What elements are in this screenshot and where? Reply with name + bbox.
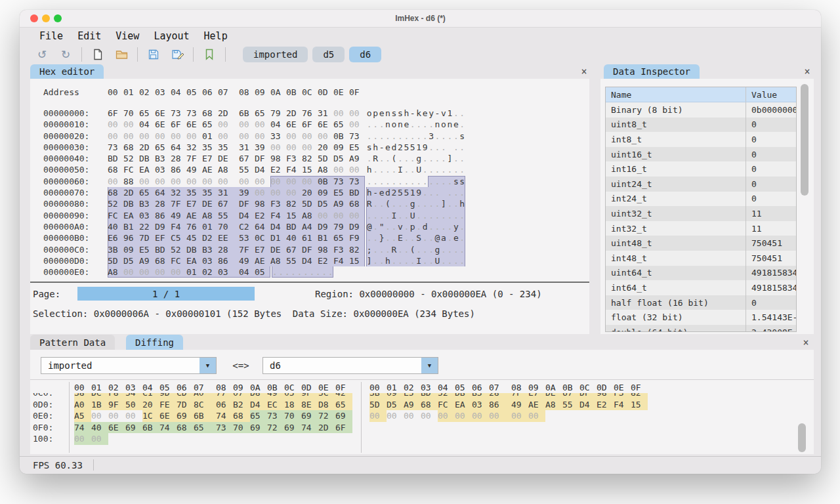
byte-cell[interactable]: F9 [349, 232, 365, 243]
byte-cell[interactable]: 86 [218, 255, 234, 266]
ascii-cell[interactable]: . [447, 221, 453, 232]
byte-cell[interactable]: 74 [159, 422, 177, 434]
byte-cell[interactable]: 67 [239, 153, 255, 164]
byte-cell[interactable]: 00 [270, 142, 286, 153]
byte-cell[interactable]: 73 [216, 422, 233, 434]
byte-cell[interactable]: AE [186, 210, 202, 221]
ascii-cell[interactable]: . [397, 244, 403, 255]
byte-cell[interactable]: E2 [270, 164, 286, 175]
ascii-cell[interactable]: . [459, 119, 465, 130]
ascii-cell[interactable]: . [422, 232, 428, 243]
ascii-cell[interactable]: . [416, 131, 422, 142]
ascii-cell[interactable]: . [416, 176, 422, 187]
byte-cell[interactable]: 09 [333, 142, 349, 153]
byte-cell[interactable]: 00 [108, 410, 125, 422]
ascii-cell[interactable]: 1 [447, 108, 453, 119]
byte-cell[interactable]: F4 [614, 399, 631, 411]
byte-cell[interactable]: 00 [404, 410, 421, 422]
ascii-cell[interactable]: g [434, 244, 440, 255]
ascii-cell[interactable]: s [391, 108, 397, 119]
menu-help[interactable]: Help [204, 30, 228, 42]
byte-cell[interactable]: D5 [333, 153, 349, 164]
byte-cell[interactable]: 86 [489, 399, 506, 411]
ascii-cell[interactable]: - [379, 142, 385, 153]
ascii-cell[interactable]: . [459, 187, 465, 198]
byte-cell[interactable]: F4 [333, 255, 349, 266]
ascii-cell[interactable]: . [416, 119, 422, 130]
file-tab-d5[interactable]: d5 [312, 47, 345, 62]
byte-cell[interactable]: E2 [597, 399, 614, 411]
ascii-cell[interactable]: e [404, 119, 410, 130]
byte-cell[interactable]: A8 [545, 399, 562, 411]
ascii-cell[interactable]: . [416, 221, 422, 232]
ascii-cell[interactable]: . [372, 255, 378, 266]
byte-cell[interactable]: 00 [333, 210, 349, 221]
byte-cell[interactable]: 5C [318, 393, 335, 399]
byte-cell[interactable]: 73 [333, 176, 349, 187]
byte-cell[interactable]: 00 [286, 131, 302, 142]
byte-cell[interactable]: 68 [202, 108, 218, 119]
byte-cell[interactable]: 22 [139, 221, 155, 232]
byte-cell[interactable]: 00 [108, 119, 123, 130]
bottom-panel-close-icon[interactable]: × [801, 337, 811, 348]
menu-edit[interactable]: Edit [77, 30, 101, 42]
byte-cell[interactable]: A8 [302, 210, 318, 221]
byte-cell[interactable]: D2 [202, 232, 218, 243]
ascii-cell[interactable]: . [366, 176, 372, 187]
inspector-row[interactable]: float (32 bit)1.54143E-44 [606, 310, 796, 325]
ascii-cell[interactable]: ] [447, 153, 453, 164]
ascii-cell[interactable]: U [434, 255, 440, 266]
ascii-cell[interactable]: . [453, 244, 459, 255]
chevron-down-icon[interactable]: ▼ [421, 358, 438, 373]
byte-cell[interactable]: 7F [171, 198, 186, 209]
inspector-scrollbar-thumb[interactable] [801, 84, 808, 196]
ascii-cell[interactable]: . [272, 266, 278, 278]
byte-cell[interactable]: 03 [218, 266, 234, 278]
byte-cell[interactable]: 03 [472, 399, 489, 411]
byte-cell[interactable]: 5D [302, 198, 318, 209]
byte-cell[interactable]: 52 [108, 198, 123, 209]
byte-cell[interactable]: 5D [108, 255, 123, 266]
ascii-cell[interactable]: . [385, 164, 390, 175]
ascii-cell[interactable]: . [315, 266, 321, 278]
ascii-cell[interactable]: - [410, 108, 415, 119]
file-tab-imported[interactable]: imported [243, 47, 308, 62]
byte-cell[interactable]: 68 [233, 410, 250, 422]
byte-cell[interactable]: 00 [438, 410, 455, 422]
byte-cell[interactable]: 15 [631, 399, 648, 411]
ascii-cell[interactable]: n [397, 119, 403, 130]
byte-cell[interactable]: 65 [255, 108, 270, 119]
byte-cell[interactable]: 2D [318, 422, 335, 434]
byte-cell[interactable]: 54 [125, 393, 142, 399]
byte-cell[interactable]: DE [545, 393, 562, 399]
byte-cell[interactable]: 09 [123, 244, 139, 255]
ascii-cell[interactable]: 2 [397, 142, 403, 153]
ascii-cell[interactable]: h [459, 198, 465, 209]
byte-cell[interactable]: DF [579, 393, 597, 399]
byte-cell[interactable]: 33 [270, 131, 286, 142]
byte-cell[interactable]: F3 [270, 198, 286, 209]
ascii-cell[interactable]: . [372, 198, 378, 209]
ascii-cell[interactable]: . [309, 266, 315, 278]
byte-cell[interactable]: 70 [233, 422, 250, 434]
byte-cell[interactable]: 00 [108, 176, 123, 187]
byte-cell[interactable]: 98 [318, 244, 333, 255]
byte-cell[interactable]: 49 [171, 210, 186, 221]
ascii-cell[interactable]: . [379, 210, 385, 221]
byte-cell[interactable]: D4 [579, 399, 597, 411]
ascii-cell[interactable]: . [434, 176, 440, 187]
ascii-cell[interactable]: . [428, 210, 434, 221]
byte-cell[interactable]: 79 [333, 221, 349, 232]
ascii-cell[interactable]: . [453, 187, 459, 198]
ascii-cell[interactable]: . [404, 210, 410, 221]
byte-cell[interactable]: 61 [302, 232, 318, 243]
ascii-cell[interactable]: . [459, 221, 465, 232]
byte-cell[interactable]: 73 [267, 410, 284, 422]
ascii-cell[interactable]: . [440, 164, 446, 175]
ascii-cell[interactable]: . [391, 176, 397, 187]
byte-cell[interactable]: 9F [301, 393, 318, 399]
ascii-cell[interactable]: o [440, 119, 446, 130]
byte-cell[interactable]: 20 [302, 187, 318, 198]
inspector-row[interactable]: half float (16 bit)0 [606, 295, 796, 310]
byte-cell[interactable]: 0B [333, 131, 349, 142]
